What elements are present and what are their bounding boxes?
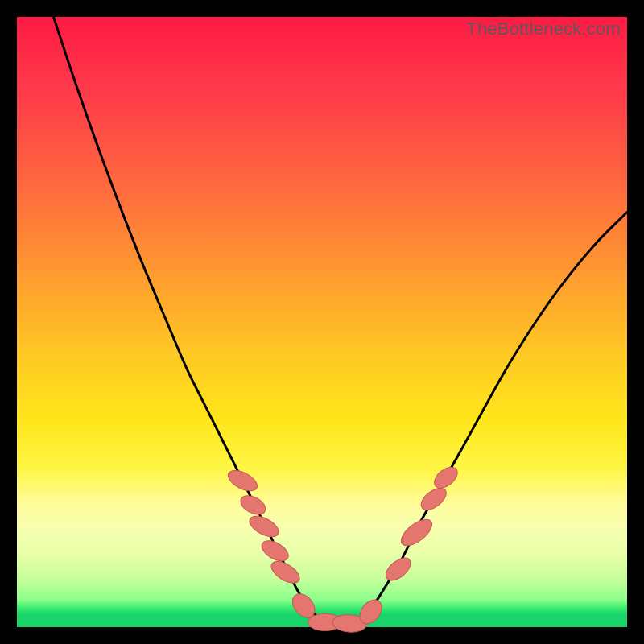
curve-svg <box>17 17 627 627</box>
plot-area: TheBottleneck.com <box>17 17 627 627</box>
curve-marker <box>268 557 303 588</box>
curve-marker <box>246 512 282 541</box>
curve-marker <box>417 484 450 514</box>
curve-marker <box>431 463 461 493</box>
curve-markers <box>225 463 461 633</box>
bottleneck-curve <box>53 17 627 628</box>
curve-marker <box>382 554 415 584</box>
curve-marker <box>225 466 260 495</box>
curve-marker <box>237 492 269 518</box>
curve-marker <box>258 537 291 565</box>
chart-frame: TheBottleneck.com <box>0 0 644 644</box>
curve-marker <box>397 514 436 551</box>
